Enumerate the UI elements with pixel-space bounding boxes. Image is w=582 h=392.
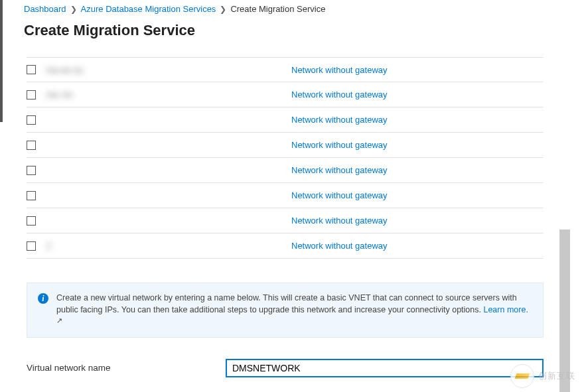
content-pane: ▲ ina-ea na Network without gateway ina-… bbox=[0, 57, 570, 392]
network-row[interactable]: Network without gateway bbox=[27, 158, 544, 183]
network-status-link[interactable]: Network without gateway bbox=[291, 190, 388, 200]
checkbox[interactable] bbox=[27, 166, 36, 175]
network-row[interactable]: 2 Network without gateway bbox=[27, 233, 544, 259]
breadcrumb-dashboard[interactable]: Dashboard bbox=[24, 4, 66, 14]
network-name-obscured: ina- bn bbox=[46, 90, 73, 99]
network-status-link[interactable]: Network without gateway bbox=[291, 216, 388, 226]
vnet-name-label: Virtual network name bbox=[27, 363, 226, 373]
network-status-link[interactable]: Network without gateway bbox=[291, 115, 388, 125]
network-row[interactable]: Network without gateway bbox=[27, 183, 544, 208]
network-status-link[interactable]: Network without gateway bbox=[291, 140, 388, 150]
page-title: Create Migration Service bbox=[24, 22, 582, 39]
header: Dashboard ❯ Azure Database Migration Ser… bbox=[0, 0, 582, 14]
chevron-right-icon: ❯ bbox=[70, 5, 77, 14]
external-link-icon: ↗ bbox=[56, 316, 62, 324]
network-row[interactable]: Network without gateway bbox=[27, 208, 544, 233]
vnet-name-field-row: Virtual network name bbox=[27, 359, 544, 377]
watermark-logo-icon bbox=[510, 364, 534, 388]
checkbox[interactable] bbox=[27, 65, 36, 74]
watermark: 创新互联 bbox=[510, 364, 575, 388]
info-text: Create a new virtual network by entering… bbox=[56, 293, 532, 328]
info-callout: i Create a new virtual network by enteri… bbox=[27, 283, 544, 338]
network-status-link[interactable]: Network without gateway bbox=[291, 65, 388, 75]
network-row[interactable]: Network without gateway bbox=[27, 133, 544, 158]
network-name-obscured: 2 bbox=[46, 241, 51, 251]
network-row[interactable]: ina-ea na Network without gateway bbox=[27, 57, 544, 82]
checkbox[interactable] bbox=[27, 115, 36, 125]
network-row[interactable]: ina- bn Network without gateway bbox=[27, 82, 544, 107]
chevron-right-icon: ❯ bbox=[220, 5, 226, 14]
vnet-name-input[interactable] bbox=[226, 359, 544, 377]
network-status-link[interactable]: Network without gateway bbox=[291, 90, 388, 99]
watermark-text: 创新互联 bbox=[538, 370, 575, 382]
breadcrumb-dms[interactable]: Azure Database Migration Services bbox=[81, 4, 216, 14]
checkbox[interactable] bbox=[27, 141, 36, 150]
checkbox[interactable] bbox=[27, 216, 36, 226]
network-row[interactable]: Network without gateway bbox=[27, 107, 544, 133]
checkbox[interactable] bbox=[27, 90, 36, 99]
network-name-obscured: ina-ea na bbox=[46, 65, 82, 75]
info-icon: i bbox=[38, 293, 48, 304]
learn-more-link[interactable]: Learn more. bbox=[483, 305, 528, 314]
breadcrumb: Dashboard ❯ Azure Database Migration Ser… bbox=[24, 4, 582, 14]
checkbox[interactable] bbox=[27, 191, 36, 200]
network-status-link[interactable]: Network without gateway bbox=[291, 165, 388, 175]
network-status-link[interactable]: Network without gateway bbox=[291, 241, 388, 251]
breadcrumb-current: Create Migration Service bbox=[230, 4, 325, 14]
checkbox[interactable] bbox=[27, 241, 36, 251]
